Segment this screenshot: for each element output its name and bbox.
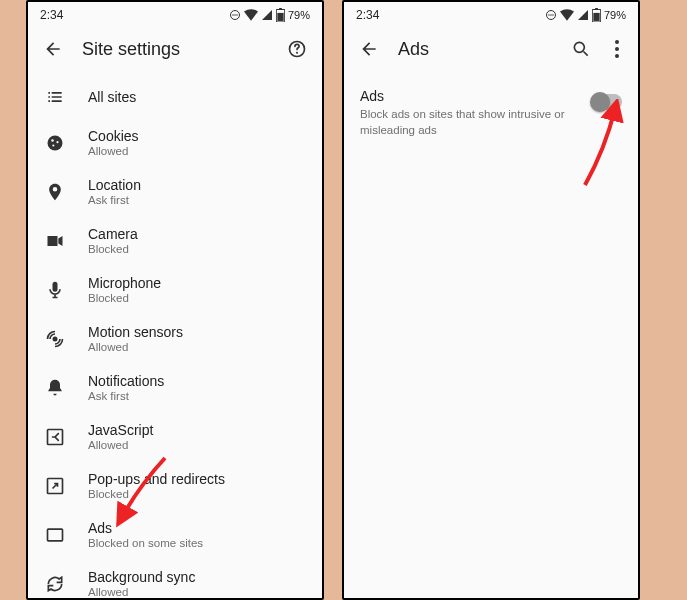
row-sub: Blocked [88, 292, 161, 304]
row-notifications[interactable]: NotificationsAsk first [28, 363, 322, 412]
row-label: Microphone [88, 275, 161, 291]
row-sub: Ask first [88, 194, 141, 206]
svg-rect-13 [53, 281, 58, 291]
svg-point-10 [51, 139, 54, 142]
row-sub: Allowed [88, 439, 153, 451]
battery-icon [276, 8, 285, 22]
svg-point-26 [615, 40, 619, 44]
status-battery-pct: 79% [604, 9, 626, 21]
phone-ads: 2:34 79% Ads Ads Block ads on sites that… [342, 0, 640, 600]
row-camera[interactable]: CameraBlocked [28, 216, 322, 265]
help-button[interactable] [286, 38, 308, 60]
row-label: Ads [88, 520, 203, 536]
settings-list: All sites CookiesAllowed LocationAsk fir… [28, 76, 322, 600]
row-motion-sensors[interactable]: Motion sensorsAllowed [28, 314, 322, 363]
svg-point-1 [232, 14, 234, 16]
js-icon [44, 426, 66, 448]
status-battery-pct: 79% [288, 9, 310, 21]
svg-rect-23 [595, 8, 598, 9]
row-label: Cookies [88, 128, 139, 144]
help-icon [287, 39, 307, 59]
more-vert-icon [615, 40, 619, 58]
mic-icon [44, 279, 66, 301]
row-label: Camera [88, 226, 138, 242]
svg-point-2 [234, 14, 236, 16]
status-icons: 79% [545, 8, 626, 22]
setting-label: Ads [360, 88, 578, 104]
svg-point-25 [574, 42, 584, 52]
svg-point-20 [550, 14, 552, 16]
row-popups[interactable]: Pop-ups and redirectsBlocked [28, 461, 322, 510]
row-label: All sites [88, 89, 136, 105]
svg-point-28 [615, 54, 619, 58]
location-icon [44, 181, 66, 203]
svg-point-12 [52, 144, 54, 146]
row-label: Background sync [88, 569, 195, 585]
status-time: 2:34 [356, 8, 379, 22]
status-icons: 79% [229, 8, 310, 22]
more-circle-icon [545, 9, 557, 21]
phone-site-settings: 2:34 79% Site settings All sites Cookies… [26, 0, 324, 600]
svg-point-11 [56, 141, 58, 143]
setting-description: Block ads on sites that show intrusive o… [360, 107, 578, 138]
svg-rect-6 [277, 13, 283, 21]
row-background-sync[interactable]: Background syncAllowed [28, 559, 322, 600]
page-title: Site settings [82, 39, 268, 60]
back-button[interactable] [42, 38, 64, 60]
row-sub: Blocked on some sites [88, 537, 203, 549]
svg-rect-17 [48, 529, 63, 541]
popup-icon [44, 475, 66, 497]
svg-point-21 [552, 14, 554, 16]
row-label: Pop-ups and redirects [88, 471, 225, 487]
signal-icon [261, 9, 273, 21]
ads-setting-row: Ads Block ads on sites that show intrusi… [344, 76, 638, 150]
overflow-menu-button[interactable] [610, 38, 624, 60]
page-title: Ads [398, 39, 552, 60]
back-button[interactable] [358, 38, 380, 60]
svg-point-19 [548, 14, 550, 16]
row-label: Location [88, 177, 141, 193]
wifi-icon [244, 9, 258, 21]
row-label: JavaScript [88, 422, 153, 438]
row-cookies[interactable]: CookiesAllowed [28, 118, 322, 167]
camera-icon [44, 230, 66, 252]
toggle-thumb [590, 92, 610, 112]
more-circle-icon [229, 9, 241, 21]
row-sub: Allowed [88, 586, 195, 598]
svg-point-8 [296, 52, 298, 54]
row-sub: Blocked [88, 488, 225, 500]
motion-icon [44, 328, 66, 350]
bell-icon [44, 377, 66, 399]
arrow-back-icon [359, 39, 379, 59]
svg-rect-5 [279, 8, 282, 9]
wifi-icon [560, 9, 574, 21]
list-icon [44, 86, 66, 108]
cookie-icon [44, 132, 66, 154]
status-bar: 2:34 79% [28, 2, 322, 26]
sync-icon [44, 573, 66, 595]
row-microphone[interactable]: MicrophoneBlocked [28, 265, 322, 314]
row-sub: Blocked [88, 243, 138, 255]
svg-rect-24 [593, 13, 599, 21]
ads-toggle[interactable] [592, 94, 622, 110]
status-time: 2:34 [40, 8, 63, 22]
arrow-back-icon [43, 39, 63, 59]
svg-point-27 [615, 47, 619, 51]
battery-icon [592, 8, 601, 22]
row-location[interactable]: LocationAsk first [28, 167, 322, 216]
row-label: Motion sensors [88, 324, 183, 340]
row-label: Notifications [88, 373, 164, 389]
row-ads[interactable]: AdsBlocked on some sites [28, 510, 322, 559]
signal-icon [577, 9, 589, 21]
app-bar: Ads [344, 26, 638, 76]
row-javascript[interactable]: JavaScriptAllowed [28, 412, 322, 461]
ads-icon [44, 524, 66, 546]
status-bar: 2:34 79% [344, 2, 638, 26]
svg-point-9 [48, 135, 63, 150]
svg-point-3 [236, 14, 238, 16]
row-sub: Allowed [88, 145, 139, 157]
search-button[interactable] [570, 38, 592, 60]
row-sub: Allowed [88, 341, 183, 353]
search-icon [571, 39, 591, 59]
row-all-sites[interactable]: All sites [28, 76, 322, 118]
